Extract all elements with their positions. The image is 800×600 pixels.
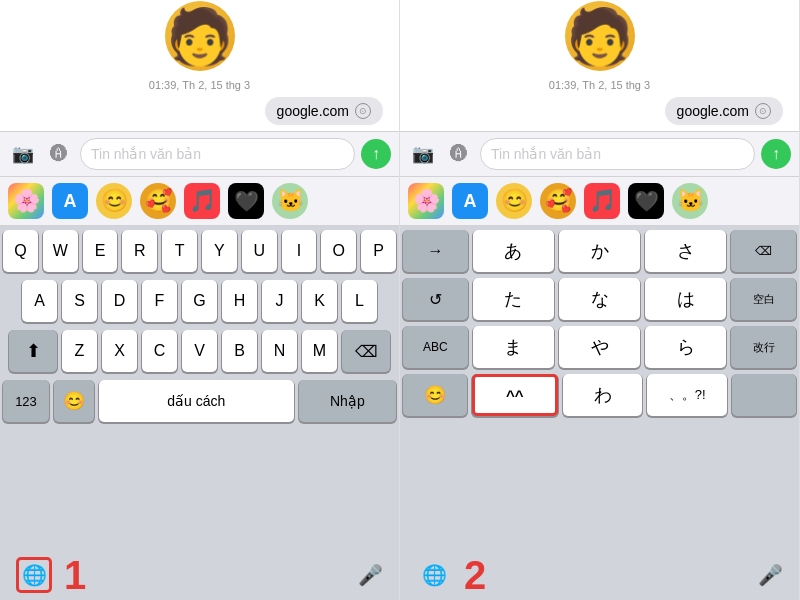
heart-icon-left[interactable]: 🖤 xyxy=(228,183,264,219)
music-icon-left[interactable]: 🎵 xyxy=(184,183,220,219)
mic-btn-left[interactable]: 🎤 xyxy=(358,563,383,587)
compass-icon-right: ⊙ xyxy=(755,103,771,119)
tom-icon-right[interactable]: 🐱 xyxy=(672,183,708,219)
key-d[interactable]: D xyxy=(102,280,137,322)
key-b[interactable]: B xyxy=(222,330,257,372)
memoji-left: 🧑 xyxy=(165,1,235,71)
jp-wa[interactable]: わ xyxy=(563,374,643,416)
key-123[interactable]: 123 xyxy=(3,380,49,422)
jp-na[interactable]: な xyxy=(559,278,640,320)
app-icons-row-right: 🌸 A 😊 🥰 🎵 🖤 🐱 xyxy=(400,177,799,226)
text-input-right[interactable]: Tin nhắn văn bản xyxy=(480,138,755,170)
jp-ya[interactable]: や xyxy=(559,326,640,368)
mic-btn-right[interactable]: 🎤 xyxy=(758,563,783,587)
input-placeholder-right: Tin nhắn văn bản xyxy=(491,146,601,162)
key-h[interactable]: H xyxy=(222,280,257,322)
key-i[interactable]: I xyxy=(282,230,317,272)
jp-space[interactable]: 空白 xyxy=(731,278,796,320)
key-w[interactable]: W xyxy=(43,230,78,272)
appstore-icon-right[interactable]: A xyxy=(452,183,488,219)
jp-row-4: 😊 ^^ わ 、。?! xyxy=(403,374,796,416)
camera-btn-right[interactable]: 📷 xyxy=(408,139,438,169)
appclip-btn-left[interactable]: 🅐 xyxy=(44,139,74,169)
memoji-icon1-right[interactable]: 😊 xyxy=(496,183,532,219)
message-bubble-right: google.com ⊙ xyxy=(665,97,783,125)
key-e[interactable]: E xyxy=(83,230,118,272)
send-btn-right[interactable]: ↑ xyxy=(761,139,791,169)
app-icons-row-left: 🌸 A 😊 🥰 🎵 🖤 🐱 xyxy=(0,177,399,226)
camera-btn-left[interactable]: 📷 xyxy=(8,139,38,169)
key-t[interactable]: T xyxy=(162,230,197,272)
bubble-container-right: google.com ⊙ xyxy=(412,97,787,125)
jp-arrow-right[interactable]: → xyxy=(403,230,468,272)
jp-ta[interactable]: た xyxy=(473,278,554,320)
jp-return[interactable]: 改行 xyxy=(731,326,796,368)
jp-caret[interactable]: ^^ xyxy=(472,374,558,416)
key-o[interactable]: O xyxy=(321,230,356,272)
key-n[interactable]: N xyxy=(262,330,297,372)
bottom-bar-left: 🌐 1 🎤 xyxy=(0,550,399,600)
jp-sa[interactable]: さ xyxy=(645,230,726,272)
key-j[interactable]: J xyxy=(262,280,297,322)
jp-punct[interactable]: 、。?! xyxy=(647,374,727,416)
number-label-left: 1 xyxy=(64,553,86,598)
key-emoji[interactable]: 😊 xyxy=(54,380,94,422)
globe-btn-left[interactable]: 🌐 xyxy=(16,557,52,593)
key-m[interactable]: M xyxy=(302,330,337,372)
message-bubble-left: google.com ⊙ xyxy=(265,97,383,125)
key-row-3: ⬆ Z X C V B N M ⌫ xyxy=(3,330,396,372)
jp-a[interactable]: あ xyxy=(473,230,554,272)
photos-icon-right[interactable]: 🌸 xyxy=(408,183,444,219)
input-placeholder-left: Tin nhắn văn bản xyxy=(91,146,201,162)
key-g[interactable]: G xyxy=(182,280,217,322)
key-s[interactable]: S xyxy=(62,280,97,322)
keyboard-japanese: → あ か さ ⌫ ↺ た な は 空白 ABC ま や ら 改行 😊 ^^ わ… xyxy=(400,226,799,550)
key-l[interactable]: L xyxy=(342,280,377,322)
key-v[interactable]: V xyxy=(182,330,217,372)
photos-icon-left[interactable]: 🌸 xyxy=(8,183,44,219)
memoji-icon2-left[interactable]: 🥰 xyxy=(140,183,176,219)
text-input-left[interactable]: Tin nhắn văn bản xyxy=(80,138,355,170)
memoji-icon2-right[interactable]: 🥰 xyxy=(540,183,576,219)
appstore-icon-left[interactable]: A xyxy=(52,183,88,219)
memoji-icon1-left[interactable]: 😊 xyxy=(96,183,132,219)
key-c[interactable]: C xyxy=(142,330,177,372)
tom-icon-left[interactable]: 🐱 xyxy=(272,183,308,219)
key-f[interactable]: F xyxy=(142,280,177,322)
jp-emoji[interactable]: 😊 xyxy=(403,374,467,416)
music-icon-right[interactable]: 🎵 xyxy=(584,183,620,219)
key-return[interactable]: Nhập xyxy=(299,380,396,422)
jp-row-1: → あ か さ ⌫ xyxy=(403,230,796,272)
key-q[interactable]: Q xyxy=(3,230,38,272)
jp-ma[interactable]: ま xyxy=(473,326,554,368)
jp-ha[interactable]: は xyxy=(645,278,726,320)
jp-ka[interactable]: か xyxy=(559,230,640,272)
memoji-face-left: 🧑 xyxy=(166,9,233,63)
key-row-4: 123 😊 dấu cách Nhập xyxy=(3,380,396,422)
key-space[interactable]: dấu cách xyxy=(99,380,294,422)
send-btn-left[interactable]: ↑ xyxy=(361,139,391,169)
key-y[interactable]: Y xyxy=(202,230,237,272)
globe-btn-right[interactable]: 🌐 xyxy=(416,557,452,593)
timestamp-left: 01:39, Th 2, 15 thg 3 xyxy=(149,79,250,91)
key-x[interactable]: X xyxy=(102,330,137,372)
timestamp-right: 01:39, Th 2, 15 thg 3 xyxy=(549,79,650,91)
key-k[interactable]: K xyxy=(302,280,337,322)
bubble-text-left: google.com xyxy=(277,103,349,119)
jp-delete[interactable]: ⌫ xyxy=(731,230,796,272)
key-shift[interactable]: ⬆ xyxy=(9,330,57,372)
key-r[interactable]: R xyxy=(122,230,157,272)
message-area-right: 01:39, Th 2, 15 thg 3 google.com ⊙ xyxy=(400,75,799,131)
key-u[interactable]: U xyxy=(242,230,277,272)
compass-icon-left: ⊙ xyxy=(355,103,371,119)
key-a[interactable]: A xyxy=(22,280,57,322)
key-z[interactable]: Z xyxy=(62,330,97,372)
jp-abc[interactable]: ABC xyxy=(403,326,468,368)
jp-ra[interactable]: ら xyxy=(645,326,726,368)
keyboard-qwerty: Q W E R T Y U I O P A S D F G H J K L ⬆ … xyxy=(0,226,399,550)
appclip-btn-right[interactable]: 🅐 xyxy=(444,139,474,169)
key-delete[interactable]: ⌫ xyxy=(342,330,390,372)
heart-icon-right[interactable]: 🖤 xyxy=(628,183,664,219)
key-p[interactable]: P xyxy=(361,230,396,272)
jp-undo[interactable]: ↺ xyxy=(403,278,468,320)
